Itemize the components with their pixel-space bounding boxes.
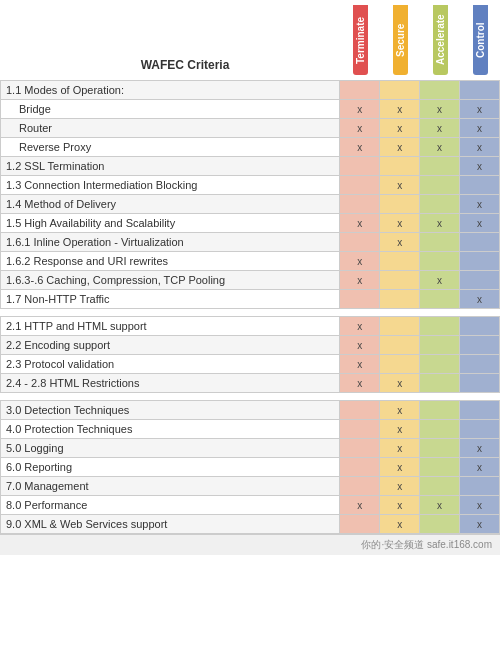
cell-terminate [340, 439, 380, 458]
cell-terminate [340, 157, 380, 176]
cell-control [460, 355, 500, 374]
cell-accelerate [420, 401, 460, 420]
cell-control [460, 81, 500, 100]
table-row: 2.2 Encoding supportx [1, 336, 500, 355]
cell-control: x [460, 100, 500, 119]
column-headers: Terminate Secure Accelerate Control [340, 0, 500, 80]
cell-terminate: x [340, 271, 380, 290]
row-label: Reverse Proxy [1, 138, 340, 157]
cell-terminate [340, 81, 380, 100]
col-header-control: Control [460, 0, 500, 80]
x-mark: x [477, 123, 482, 134]
cell-accelerate [420, 317, 460, 336]
x-mark: x [397, 378, 402, 389]
cell-accelerate: x [420, 271, 460, 290]
cell-secure: x [380, 401, 420, 420]
cell-accelerate [420, 420, 460, 439]
cell-control [460, 336, 500, 355]
x-mark: x [357, 218, 362, 229]
row-label: 1.6.1 Inline Operation - Virtualization [1, 233, 340, 252]
cell-accelerate: x [420, 496, 460, 515]
x-mark: x [477, 218, 482, 229]
cell-accelerate: x [420, 119, 460, 138]
x-mark: x [357, 275, 362, 286]
table-row: 2.4 - 2.8 HTML Restrictionsxx [1, 374, 500, 393]
x-mark: x [437, 218, 442, 229]
secure-label: Secure [393, 5, 408, 75]
x-mark: x [357, 378, 362, 389]
cell-control: x [460, 496, 500, 515]
cell-terminate: x [340, 138, 380, 157]
row-label: 8.0 Performance [1, 496, 340, 515]
x-mark: x [357, 142, 362, 153]
row-label: 1.7 Non-HTTP Traffic [1, 290, 340, 309]
cell-secure: x [380, 374, 420, 393]
table-row: 1.1 Modes of Operation: [1, 81, 500, 100]
cell-terminate: x [340, 214, 380, 233]
cell-secure [380, 355, 420, 374]
cell-control [460, 176, 500, 195]
x-mark: x [477, 142, 482, 153]
cell-control [460, 401, 500, 420]
x-mark: x [357, 340, 362, 351]
cell-accelerate [420, 233, 460, 252]
x-mark: x [357, 123, 362, 134]
table-row: 1.6.1 Inline Operation - Virtualizationx [1, 233, 500, 252]
x-mark: x [357, 359, 362, 370]
table-row: 1.7 Non-HTTP Trafficx [1, 290, 500, 309]
cell-secure: x [380, 496, 420, 515]
cell-accelerate [420, 176, 460, 195]
cell-terminate [340, 290, 380, 309]
row-label: 1.6.3-.6 Caching, Compression, TCP Pooli… [1, 271, 340, 290]
cell-accelerate: x [420, 100, 460, 119]
row-label: 4.0 Protection Techniques [1, 420, 340, 439]
cell-terminate: x [340, 119, 380, 138]
cell-control: x [460, 515, 500, 534]
cell-accelerate: x [420, 214, 460, 233]
cell-terminate: x [340, 374, 380, 393]
cell-secure [380, 157, 420, 176]
cell-secure [380, 195, 420, 214]
row-label: 1.2 SSL Termination [1, 157, 340, 176]
col-header-accelerate: Accelerate [420, 0, 460, 80]
row-label: 2.2 Encoding support [1, 336, 340, 355]
table-row: 1.3 Connection Intermediation Blockingx [1, 176, 500, 195]
cell-control [460, 477, 500, 496]
x-mark: x [397, 123, 402, 134]
table-row: 5.0 Loggingxx [1, 439, 500, 458]
cell-accelerate [420, 374, 460, 393]
cell-terminate [340, 176, 380, 195]
row-label: 6.0 Reporting [1, 458, 340, 477]
table-row: 2.3 Protocol validationx [1, 355, 500, 374]
cell-secure: x [380, 119, 420, 138]
x-mark: x [357, 321, 362, 332]
x-mark: x [397, 218, 402, 229]
x-mark: x [477, 161, 482, 172]
table-row: 1.5 High Availability and Scalabilityxxx… [1, 214, 500, 233]
table-row: 1.4 Method of Deliveryx [1, 195, 500, 214]
cell-terminate: x [340, 496, 380, 515]
x-mark: x [477, 443, 482, 454]
cell-control [460, 420, 500, 439]
table-row: 9.0 XML & Web Services supportxx [1, 515, 500, 534]
cell-secure [380, 81, 420, 100]
cell-accelerate [420, 515, 460, 534]
x-mark: x [397, 180, 402, 191]
cell-control [460, 233, 500, 252]
row-label: 1.1 Modes of Operation: [1, 81, 340, 100]
cell-terminate: x [340, 355, 380, 374]
cell-terminate [340, 515, 380, 534]
cell-secure [380, 317, 420, 336]
col-header-terminate: Terminate [340, 0, 380, 80]
cell-accelerate [420, 477, 460, 496]
row-label: 1.4 Method of Delivery [1, 195, 340, 214]
cell-secure: x [380, 176, 420, 195]
x-mark: x [397, 500, 402, 511]
cell-accelerate [420, 355, 460, 374]
cell-secure: x [380, 439, 420, 458]
table-row: 8.0 Performancexxxx [1, 496, 500, 515]
row-label: 1.6.2 Response and URI rewrites [1, 252, 340, 271]
row-label: 1.5 High Availability and Scalability [1, 214, 340, 233]
row-label: Router [1, 119, 340, 138]
cell-accelerate [420, 195, 460, 214]
